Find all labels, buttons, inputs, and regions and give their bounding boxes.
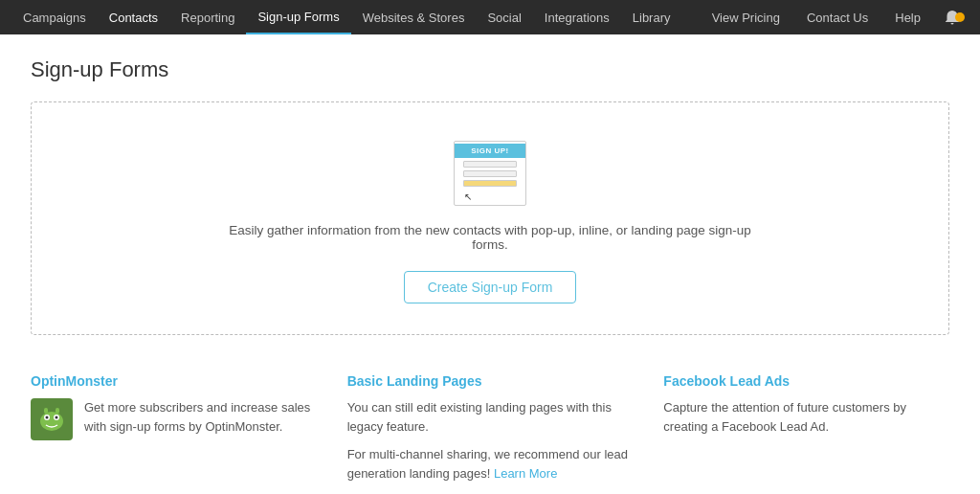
nav-right: View Pricing Contact Us Help [701,0,969,34]
nav-left: Campaigns Contacts Reporting Sign-up For… [11,0,701,34]
optinmonster-logo [31,398,73,440]
optinmonster-title[interactable]: OptinMonster [31,373,317,389]
illustration-field-2 [463,170,517,177]
nav-view-pricing[interactable]: View Pricing [701,0,791,34]
facebook-lead-ads-body: Capture the attention of future customer… [663,398,949,436]
learn-more-link[interactable]: Learn More [494,466,557,481]
bottom-section: OptinMonster Get [31,366,949,483]
illustration-field-3 [463,180,517,187]
facebook-lead-ads-text: Capture the attention of future customer… [663,398,949,436]
optinmonster-text: Get more subscribers and increase sales … [84,398,317,436]
nav-library[interactable]: Library [621,0,682,34]
signup-box: SIGN UP! ↖ Easily gather information fro… [31,101,949,335]
illustration-cursor: ↖ [464,191,472,202]
main-content: Sign-up Forms SIGN UP! ↖ Easily gather i… [0,34,980,494]
optinmonster-body: Get more subscribers and increase sales … [31,398,317,440]
basic-landing-pages-text-1: You can still edit existing landing page… [347,398,634,436]
nav-integrations[interactable]: Integrations [533,0,621,34]
illustration-header: SIGN UP! [455,144,525,158]
optinmonster-card: OptinMonster Get [31,373,317,483]
create-signup-form-button[interactable]: Create Sign-up Form [404,271,577,303]
svg-point-1 [40,412,63,431]
basic-landing-pages-text-2: For multi-channel sharing, we recommend … [347,445,634,483]
signup-description: Easily gather information from the new c… [212,223,768,252]
svg-point-4 [46,416,49,419]
nav-contact-us[interactable]: Contact Us [795,0,880,34]
notification-badge [955,12,965,22]
nav-campaigns[interactable]: Campaigns [11,0,98,34]
basic-landing-pages-card: Basic Landing Pages You can still edit e… [347,373,634,483]
basic-landing-pages-body: You can still edit existing landing page… [347,398,634,483]
svg-point-5 [56,416,58,419]
basic-landing-pages-title[interactable]: Basic Landing Pages [347,373,634,389]
notification-bell[interactable] [936,9,969,26]
main-nav: Campaigns Contacts Reporting Sign-up For… [0,0,980,34]
illustration-field-1 [463,161,517,168]
nav-social[interactable]: Social [476,0,532,34]
nav-websites-stores[interactable]: Websites & Stores [351,0,477,34]
form-illustration: SIGN UP! ↖ [452,131,528,208]
nav-reporting[interactable]: Reporting [169,0,246,34]
svg-rect-7 [56,408,59,414]
facebook-lead-ads-title[interactable]: Facebook Lead Ads [663,373,949,389]
svg-rect-6 [44,408,48,414]
facebook-lead-ads-card: Facebook Lead Ads Capture the attention … [663,373,949,483]
nav-contacts[interactable]: Contacts [98,0,169,34]
nav-signup-forms[interactable]: Sign-up Forms [246,0,350,34]
page-title: Sign-up Forms [31,57,949,82]
nav-help[interactable]: Help [883,0,932,34]
